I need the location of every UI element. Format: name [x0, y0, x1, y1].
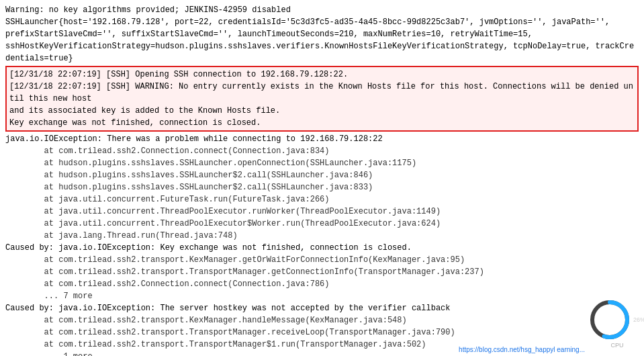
log-line-21: at com.trilead.ssh2.transport.KexManager…	[5, 314, 639, 326]
log-line-13: at java.util.concurrent.ThreadPoolExecut…	[5, 218, 639, 230]
log-line-7: at com.trilead.ssh2.Connection.connect(C…	[5, 145, 639, 157]
log-line-8: at hudson.plugins.sshslaves.SSHLauncher.…	[5, 157, 639, 169]
log-line-22: at com.trilead.ssh2.transport.TransportM…	[5, 326, 639, 339]
log-output[interactable]: Warning: no key algorithms provided; JEN…	[0, 0, 644, 356]
cpu-circle: 55%	[589, 299, 631, 341]
ssh-warning-block: [12/31/18 22:07:19] [SSH] Opening SSH co…	[5, 66, 639, 132]
log-line-2: SSHLauncher{host='192.168.79.128', port=…	[5, 16, 639, 64]
log-line-11: at java.util.concurrent.FutureTask.run(F…	[5, 193, 639, 206]
log-line-5: Key exchange was not finished, connectio…	[9, 117, 635, 129]
log-line-10: at hudson.plugins.sshslaves.SSHLauncher$…	[5, 181, 639, 193]
cpu-label: CPU	[610, 342, 623, 349]
log-line-3: [12/31/18 22:07:19] [SSH] Opening SSH co…	[9, 69, 635, 81]
log-line-19: ... 7 more	[5, 290, 639, 302]
log-line-6: java.io.IOException: There was a problem…	[5, 133, 639, 145]
log-line-1: Warning: no key algorithms provided; JEN…	[5, 4, 639, 16]
log-line-17: at com.trilead.ssh2.transport.TransportM…	[5, 266, 639, 278]
log-line-9: at hudson.plugins.sshslaves.SSHLauncher$…	[5, 169, 639, 181]
log-line-4: [12/31/18 22:07:19] [SSH] WARNING: No en…	[9, 81, 635, 117]
cpu-percentage-text: 55%	[602, 316, 617, 324]
log-line-15: Caused by: java.io.IOException: Key exch…	[5, 242, 639, 254]
log-line-14: at java.lang.Thread.run(Thread.java:748)	[5, 230, 639, 242]
footer-link[interactable]: https://blog.csdn.net/hsg_happyl earning…	[459, 346, 585, 353]
cpu-widget: 55% 26% CPU	[590, 297, 644, 351]
log-line-12: at java.util.concurrent.ThreadPoolExecut…	[5, 206, 639, 218]
log-line-16: at com.trilead.ssh2.transport.KexManager…	[5, 254, 639, 266]
cpu-extra-value: 26%	[633, 316, 644, 323]
log-line-18: at com.trilead.ssh2.Connection.connect(C…	[5, 278, 639, 290]
log-line-20: Caused by: java.io.IOException: The serv…	[5, 302, 639, 314]
